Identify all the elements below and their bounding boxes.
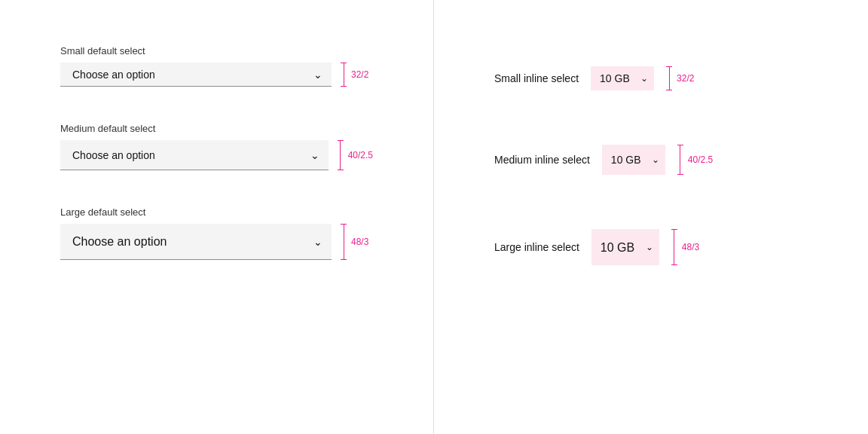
medium-inline-measurement-value: 40/2.5 <box>688 154 713 165</box>
small-default-select-wrapper: Choose an option ⌄ <box>60 63 332 87</box>
large-inline-label: Large inline select <box>494 241 579 253</box>
large-default-group: Large default select Choose an option ⌄ … <box>60 206 373 260</box>
medium-inline-group: Medium inline select 10 GB ⌄ 40/2.5 <box>494 145 808 175</box>
medium-default-bar-line <box>340 141 341 170</box>
large-inline-group: Large inline select 10 GB ⌄ 48/3 <box>494 229 808 265</box>
small-default-row: Choose an option ⌄ 32/2 <box>60 63 373 87</box>
medium-default-label: Medium default select <box>60 123 373 134</box>
small-default-bar-line <box>344 63 344 86</box>
medium-inline-row: Medium inline select 10 GB ⌄ 40/2.5 <box>494 145 713 175</box>
small-default-bar-bottom-cap <box>341 86 347 87</box>
small-default-measurement: 32/2 <box>341 63 368 87</box>
small-inline-row: Small inline select 10 GB ⌄ 32/2 <box>494 66 694 90</box>
small-inline-bar <box>666 66 672 90</box>
large-default-measurement-value: 48/3 <box>351 237 368 247</box>
left-panel: Small default select Choose an option ⌄ … <box>0 0 434 434</box>
large-inline-select[interactable]: 10 GB <box>591 229 659 265</box>
small-default-group: Small default select Choose an option ⌄ … <box>60 45 373 87</box>
medium-inline-measurement: 40/2.5 <box>677 145 713 175</box>
medium-inline-bar-line <box>680 145 680 174</box>
large-inline-bar <box>671 229 677 265</box>
medium-default-group: Medium default select Choose an option ⌄… <box>60 123 373 170</box>
small-inline-bar-line <box>669 67 670 90</box>
small-inline-bar-bottom-cap <box>666 90 672 90</box>
right-panel: Small inline select 10 GB ⌄ 32/2 Medium … <box>434 0 868 434</box>
large-inline-measurement: 48/3 <box>671 229 699 265</box>
medium-inline-bar <box>677 145 683 175</box>
large-default-bar-line <box>344 225 344 259</box>
small-default-label: Small default select <box>60 45 373 57</box>
small-inline-label: Small inline select <box>494 72 579 84</box>
large-inline-bar-line <box>674 230 674 264</box>
medium-default-measurement: 40/2.5 <box>338 140 373 170</box>
small-inline-measurement-value: 32/2 <box>677 73 694 84</box>
large-default-label: Large default select <box>60 206 373 218</box>
medium-inline-select[interactable]: 10 GB <box>602 145 665 175</box>
small-inline-group: Small inline select 10 GB ⌄ 32/2 <box>494 66 808 90</box>
small-inline-select[interactable]: 10 GB <box>591 66 654 90</box>
medium-inline-select-wrapper: 10 GB ⌄ <box>602 145 665 175</box>
large-inline-select-wrapper: 10 GB ⌄ <box>591 229 659 265</box>
small-default-measurement-value: 32/2 <box>351 69 368 80</box>
small-default-bar <box>341 63 347 87</box>
large-inline-measurement-value: 48/3 <box>682 242 699 252</box>
large-inline-row: Large inline select 10 GB ⌄ 48/3 <box>494 229 699 265</box>
small-inline-measurement: 32/2 <box>666 66 694 90</box>
large-default-measurement: 48/3 <box>341 224 368 260</box>
medium-default-select[interactable]: Choose an option <box>60 140 329 170</box>
small-inline-select-wrapper: 10 GB ⌄ <box>591 66 654 90</box>
medium-inline-label: Medium inline select <box>494 154 590 166</box>
small-default-select[interactable]: Choose an option <box>60 63 332 87</box>
large-default-select-wrapper: Choose an option ⌄ <box>60 224 332 260</box>
large-default-row: Choose an option ⌄ 48/3 <box>60 224 373 260</box>
medium-inline-bar-bottom-cap <box>677 174 683 175</box>
large-default-select[interactable]: Choose an option <box>60 224 332 260</box>
medium-default-bar <box>338 140 344 170</box>
large-inline-bar-bottom-cap <box>671 264 677 265</box>
medium-default-bar-bottom-cap <box>338 170 344 170</box>
medium-default-row: Choose an option ⌄ 40/2.5 <box>60 140 373 170</box>
large-default-bar-bottom-cap <box>341 259 347 260</box>
large-default-bar <box>341 224 347 260</box>
medium-default-measurement-value: 40/2.5 <box>348 150 373 160</box>
medium-default-select-wrapper: Choose an option ⌄ <box>60 140 329 170</box>
